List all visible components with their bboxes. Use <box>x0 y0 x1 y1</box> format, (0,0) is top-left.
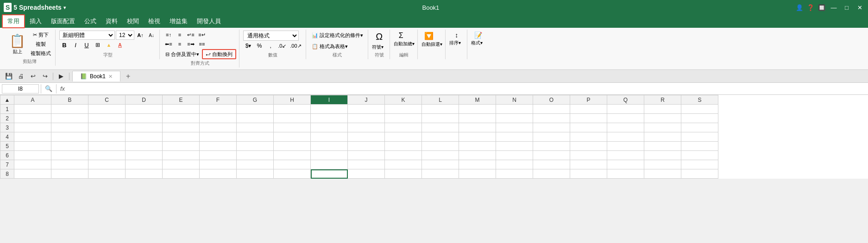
cell-I6[interactable] <box>311 151 348 160</box>
col-header-s[interactable]: S <box>681 95 718 105</box>
cell-S8[interactable] <box>681 169 718 179</box>
cell-M8[interactable] <box>459 169 496 179</box>
bold-button[interactable]: B <box>59 41 69 49</box>
symbol-button[interactable]: Ω <box>372 31 387 43</box>
cell-E7[interactable] <box>163 160 200 169</box>
format-as-table-button[interactable]: 📋 格式為表格▾ <box>310 42 365 51</box>
cell-R5[interactable] <box>644 142 681 151</box>
cell-Q2[interactable] <box>607 114 644 123</box>
font-name-select[interactable]: 新細明體 <box>59 31 115 40</box>
align-right[interactable]: ≡➡ <box>186 40 196 48</box>
cell-E5[interactable] <box>163 142 200 151</box>
col-header-i[interactable]: I <box>311 95 348 105</box>
user-icon[interactable]: 👤 <box>796 4 803 11</box>
font-grow-button[interactable]: A↑ <box>135 31 145 39</box>
cell-G6[interactable] <box>237 151 274 160</box>
cell-S3[interactable] <box>681 123 718 132</box>
align-top-center[interactable]: ≡ <box>175 31 185 39</box>
symbol-label[interactable]: 符號▾ <box>372 44 384 50</box>
cell-B5[interactable] <box>51 142 88 151</box>
cell-L2[interactable] <box>422 114 459 123</box>
cell-F5[interactable] <box>200 142 237 151</box>
active-cell[interactable] <box>311 169 348 179</box>
cell-A8[interactable] <box>14 169 51 179</box>
cell-O1[interactable] <box>533 105 570 114</box>
cell-I3[interactable] <box>311 123 348 132</box>
cell-H7[interactable] <box>274 160 311 169</box>
minimize-btn[interactable]: — <box>829 3 838 12</box>
formula-input[interactable] <box>67 86 866 92</box>
cell-F8[interactable] <box>200 169 237 179</box>
cell-G4[interactable] <box>237 132 274 142</box>
cell-E3[interactable] <box>163 123 200 132</box>
cell-D3[interactable] <box>126 123 163 132</box>
restore-btn[interactable]: □ <box>842 3 851 12</box>
col-header-b[interactable]: B <box>51 95 88 105</box>
cell-L7[interactable] <box>422 160 459 169</box>
cell-M7[interactable] <box>459 160 496 169</box>
col-header-f[interactable]: F <box>200 95 237 105</box>
cell-F7[interactable] <box>200 160 237 169</box>
cell-D6[interactable] <box>126 151 163 160</box>
cell-Q3[interactable] <box>607 123 644 132</box>
cell-reference-input[interactable] <box>2 84 39 93</box>
cell-N3[interactable] <box>496 123 533 132</box>
tab-close-btn[interactable]: ✕ <box>108 74 113 80</box>
sheet-tab-book1[interactable]: 📗 Book1 ✕ <box>72 71 120 81</box>
cell-N1[interactable] <box>496 105 533 114</box>
cell-N6[interactable] <box>496 151 533 160</box>
cell-G3[interactable] <box>237 123 274 132</box>
decrease-decimal-button[interactable]: .0↙ <box>277 42 288 50</box>
cell-O8[interactable] <box>533 169 570 179</box>
cell-D7[interactable] <box>126 160 163 169</box>
menu-addins[interactable]: 增益集 <box>165 15 192 27</box>
cell-O2[interactable] <box>533 114 570 123</box>
cell-J8[interactable] <box>348 169 385 179</box>
copy-button[interactable]: 複製 <box>29 40 52 48</box>
cell-N8[interactable] <box>496 169 533 179</box>
row-header-6[interactable]: 6 <box>0 151 14 160</box>
cell-C2[interactable] <box>88 114 126 123</box>
cell-Q1[interactable] <box>607 105 644 114</box>
col-header-h[interactable]: H <box>274 95 311 105</box>
col-header-k[interactable]: K <box>385 95 422 105</box>
col-header-a[interactable]: A <box>14 95 51 105</box>
cell-O6[interactable] <box>533 151 570 160</box>
play-qt-btn[interactable]: ▶ <box>56 71 66 81</box>
cell-R7[interactable] <box>644 160 681 169</box>
increase-decimal-button[interactable]: .00↗ <box>289 42 302 50</box>
cell-G1[interactable] <box>237 105 274 114</box>
cell-L5[interactable] <box>422 142 459 151</box>
cell-E8[interactable] <box>163 169 200 179</box>
cell-F2[interactable] <box>200 114 237 123</box>
cell-E4[interactable] <box>163 132 200 142</box>
cell-A1[interactable] <box>14 105 51 114</box>
menu-developer[interactable]: 開發人員 <box>192 15 226 27</box>
app-dropdown[interactable]: ▾ <box>63 5 66 10</box>
col-header-d[interactable]: D <box>126 95 163 105</box>
cell-K4[interactable] <box>385 132 422 142</box>
cell-Q4[interactable] <box>607 132 644 142</box>
cell-I4[interactable] <box>311 132 348 142</box>
cell-E2[interactable] <box>163 114 200 123</box>
cell-N4[interactable] <box>496 132 533 142</box>
wrap-text-button[interactable]: ⮐ 自動換列 <box>202 49 236 59</box>
cell-M3[interactable] <box>459 123 496 132</box>
cell-C6[interactable] <box>88 151 126 160</box>
sort-button[interactable]: ↕ <box>449 31 464 40</box>
cell-C5[interactable] <box>88 142 126 151</box>
cell-L4[interactable] <box>422 132 459 142</box>
cell-J4[interactable] <box>348 132 385 142</box>
row-header-7[interactable]: 7 <box>0 160 14 169</box>
align-justify[interactable]: ≡≡ <box>197 40 207 48</box>
cell-D2[interactable] <box>126 114 163 123</box>
cell-I7[interactable] <box>311 160 348 169</box>
cell-D1[interactable] <box>126 105 163 114</box>
cell-F4[interactable] <box>200 132 237 142</box>
cell-P4[interactable] <box>570 132 607 142</box>
border-button[interactable]: ⊞ <box>93 41 103 49</box>
ribbon-toggle[interactable]: 🔲 <box>818 4 825 11</box>
cell-A2[interactable] <box>14 114 51 123</box>
filter-button[interactable]: 🔽 <box>421 31 436 41</box>
cell-F6[interactable] <box>200 151 237 160</box>
